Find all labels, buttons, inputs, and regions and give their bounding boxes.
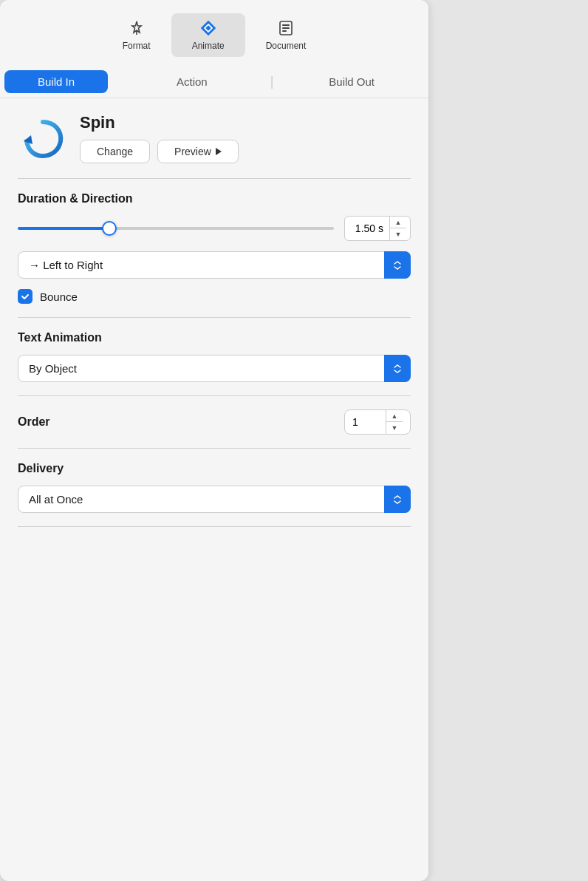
duration-input-wrap: ▲ ▼: [344, 216, 411, 241]
preview-button[interactable]: Preview: [157, 140, 239, 163]
tab-build-out[interactable]: Build Out: [275, 68, 428, 95]
duration-increment[interactable]: ▲: [390, 217, 406, 228]
delivery-select[interactable]: All at Once By Bullet By Word: [18, 486, 411, 513]
divider-1: [18, 178, 411, 179]
animation-header: Spin Change Preview: [18, 113, 411, 163]
tab-build-in[interactable]: Build In: [4, 70, 108, 93]
text-animation-select-wrap: By Object By Word By Character: [18, 355, 411, 382]
animation-info: Spin Change Preview: [80, 113, 239, 163]
tab-divider-2: |: [269, 74, 276, 89]
format-icon: [128, 19, 146, 37]
order-input[interactable]: [345, 411, 386, 433]
tab-action[interactable]: Action: [115, 68, 269, 95]
checkmark-icon: [21, 292, 30, 301]
divider-5: [18, 526, 411, 527]
divider-4: [18, 448, 411, 449]
duration-section: Duration & Direction ▲ ▼ → Left to Right…: [18, 192, 411, 304]
animate-icon: [199, 19, 217, 37]
delivery-title: Delivery: [18, 462, 411, 475]
animation-buttons: Change Preview: [80, 140, 239, 163]
direction-select-wrap: → Left to Right ← Right to Left ↑ Bottom…: [18, 251, 411, 279]
spin-icon: [18, 113, 68, 163]
play-icon: [216, 148, 222, 155]
order-stepper: ▲ ▼: [386, 410, 403, 434]
delivery-section: Delivery All at Once By Bullet By Word: [18, 462, 411, 513]
duration-stepper: ▲ ▼: [389, 217, 406, 240]
svg-rect-3: [282, 27, 290, 29]
tab-bar: Build In Action | Build Out: [0, 66, 428, 98]
direction-select[interactable]: → Left to Right ← Right to Left ↑ Bottom…: [18, 251, 411, 279]
animation-name: Spin: [80, 113, 239, 132]
animate-button[interactable]: Animate: [171, 13, 245, 57]
toolbar: Format Animate Document: [0, 0, 428, 66]
text-animation-select[interactable]: By Object By Word By Character: [18, 355, 411, 382]
format-button[interactable]: Format: [102, 13, 171, 57]
bounce-checkbox[interactable]: [18, 289, 33, 304]
order-section: Order ▲ ▼: [18, 409, 411, 435]
order-decrement[interactable]: ▼: [386, 422, 403, 434]
format-label: Format: [123, 41, 151, 51]
text-animation-section: Text Animation By Object By Word By Char…: [18, 331, 411, 382]
change-button[interactable]: Change: [80, 140, 150, 163]
duration-section-title: Duration & Direction: [18, 192, 411, 205]
order-row: Order ▲ ▼: [18, 409, 411, 435]
document-icon: [277, 19, 295, 37]
slider-row: ▲ ▼: [18, 216, 411, 241]
animate-label: Animate: [192, 41, 225, 51]
text-animation-title: Text Animation: [18, 331, 411, 344]
divider-3: [18, 395, 411, 396]
divider-2: [18, 317, 411, 318]
svg-rect-2: [282, 24, 290, 26]
duration-input[interactable]: [345, 219, 389, 238]
order-label: Order: [18, 415, 50, 429]
bounce-label: Bounce: [40, 290, 78, 303]
document-label: Document: [266, 41, 307, 51]
duration-slider[interactable]: [18, 227, 334, 230]
delivery-select-wrap: All at Once By Bullet By Word: [18, 486, 411, 513]
bounce-row: Bounce: [18, 289, 411, 304]
duration-decrement[interactable]: ▼: [390, 228, 406, 240]
order-increment[interactable]: ▲: [386, 410, 403, 422]
svg-rect-4: [282, 30, 287, 32]
document-button[interactable]: Document: [245, 13, 327, 57]
content-area: Spin Change Preview Duration & Direction: [0, 98, 428, 555]
order-input-wrap: ▲ ▼: [344, 409, 411, 435]
animate-panel: Format Animate Document Build In: [0, 0, 428, 881]
